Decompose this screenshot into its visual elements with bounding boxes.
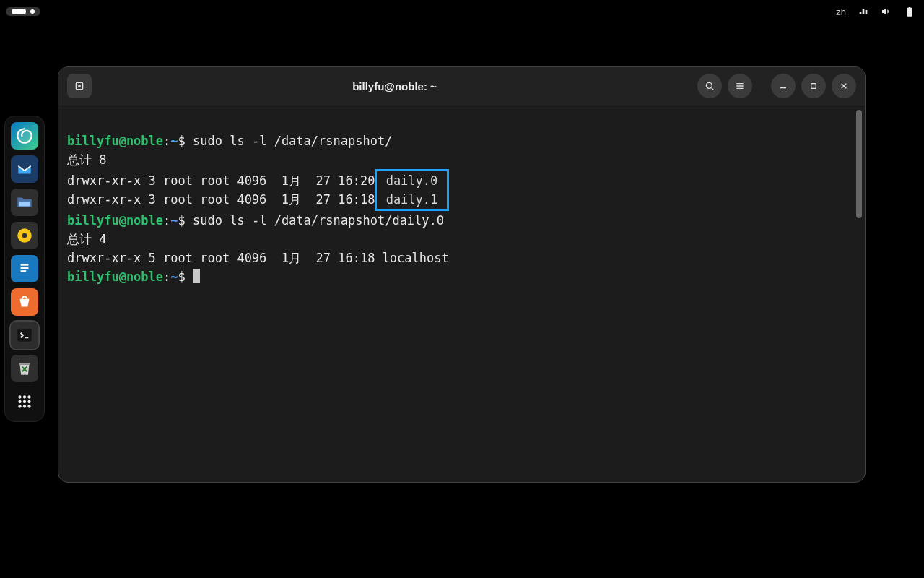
- highlight-daily1: daily.1: [375, 190, 448, 211]
- battery-icon[interactable]: [904, 6, 915, 17]
- svg-rect-8: [21, 267, 29, 269]
- volume-icon[interactable]: [881, 6, 892, 17]
- command-2: sudo ls -l /data/rsnapshot/daily.0: [193, 213, 444, 228]
- minimize-button[interactable]: [771, 74, 796, 98]
- output2-total: 总计 4: [67, 232, 106, 246]
- terminal-title: billyfu@noble: ~: [97, 80, 692, 92]
- top-bar: zh: [0, 0, 924, 23]
- terminal-window: billyfu@noble: ~ billyfu@noble:~$ sudo l…: [58, 66, 866, 483]
- output2-row1: drwxr-xr-x 5 root root 4096 1月 27 16:18 …: [67, 251, 449, 265]
- terminal-body[interactable]: billyfu@noble:~$ sudo ls -l /data/rsnaps…: [58, 105, 865, 482]
- svg-rect-3: [19, 202, 30, 207]
- maximize-button[interactable]: [801, 74, 826, 98]
- command-1: sudo ls -l /data/rsnapshot/: [193, 134, 392, 148]
- svg-point-15: [18, 400, 21, 403]
- dock-app-rhythmbox[interactable]: [11, 222, 38, 249]
- new-tab-button[interactable]: [67, 74, 92, 98]
- dock-app-edge[interactable]: [11, 122, 38, 150]
- prompt-user: billyfu@noble: [67, 213, 163, 228]
- svg-point-12: [18, 395, 21, 398]
- prompt-user: billyfu@noble: [67, 269, 163, 284]
- dock: [4, 116, 45, 422]
- cursor: [193, 269, 200, 283]
- input-method-indicator[interactable]: zh: [836, 7, 846, 17]
- svg-rect-10: [17, 329, 32, 341]
- dock-app-writer[interactable]: [11, 255, 38, 282]
- prompt-path: ~: [170, 213, 178, 228]
- output1-total: 总计 8: [67, 152, 106, 167]
- highlight-daily0: daily.0: [375, 169, 448, 190]
- svg-rect-7: [21, 264, 29, 266]
- prompt-symbol: $: [178, 134, 186, 148]
- svg-point-14: [27, 395, 30, 398]
- svg-rect-9: [21, 270, 27, 272]
- svg-point-18: [18, 405, 21, 407]
- dock-app-trash[interactable]: [11, 355, 38, 382]
- search-button[interactable]: [697, 74, 722, 98]
- svg-point-13: [23, 395, 26, 398]
- svg-point-5: [22, 233, 27, 238]
- dock-app-thunderbird[interactable]: [11, 155, 38, 183]
- dock-app-files[interactable]: [11, 189, 38, 216]
- svg-point-17: [27, 400, 30, 403]
- network-icon[interactable]: [858, 6, 869, 17]
- terminal-titlebar: billyfu@noble: ~: [58, 67, 865, 105]
- dock-app-software[interactable]: [11, 288, 38, 316]
- prompt-path: ~: [170, 134, 178, 148]
- svg-point-20: [27, 405, 30, 407]
- svg-point-19: [23, 405, 26, 407]
- output1-row1-pre: drwxr-xr-x 3 root root 4096 1月 27 16:20: [67, 173, 375, 188]
- svg-rect-11: [19, 363, 30, 364]
- activities-pill[interactable]: [6, 7, 40, 16]
- scrollbar-thumb[interactable]: [856, 110, 862, 218]
- prompt-user: billyfu@noble: [67, 134, 163, 148]
- prompt-path: ~: [170, 269, 178, 284]
- prompt-symbol: $: [178, 213, 186, 228]
- svg-rect-23: [811, 84, 816, 89]
- prompt-symbol: $: [178, 269, 186, 284]
- svg-point-22: [706, 82, 712, 88]
- output1-row2-pre: drwxr-xr-x 3 root root 4096 1月 27 16:18: [67, 192, 375, 207]
- menu-button[interactable]: [728, 74, 752, 98]
- dock-app-terminal[interactable]: [11, 322, 38, 349]
- close-button[interactable]: [832, 74, 856, 98]
- dock-app-show-apps[interactable]: [11, 388, 38, 415]
- svg-point-16: [23, 400, 26, 403]
